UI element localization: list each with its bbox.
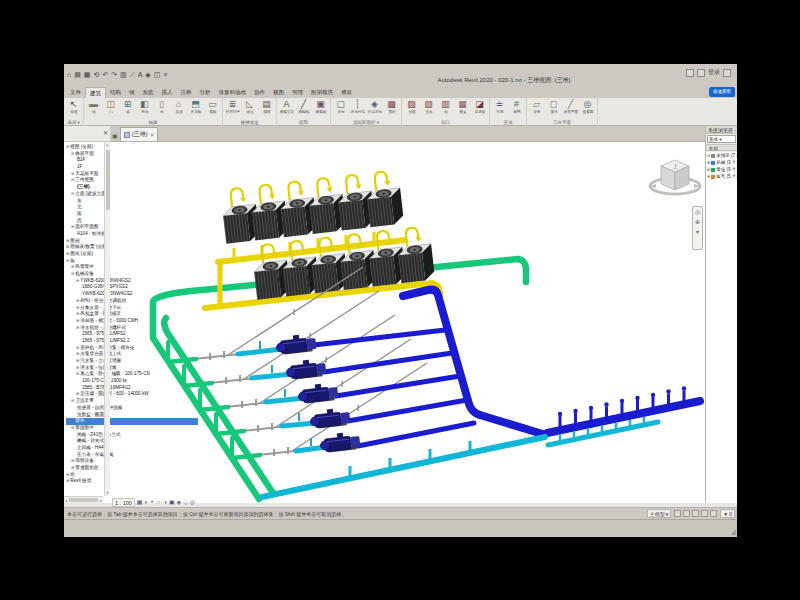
ribbon-tab-注释[interactable]: 注释: [177, 87, 196, 98]
save-icon[interactable]: ▦: [84, 70, 91, 79]
tree-item[interactable]: 100-175-CN - 2900 转: [66, 378, 198, 385]
shadows-icon[interactable]: ◑: [163, 498, 167, 507]
workset-selector[interactable]: 主模型▾: [647, 509, 672, 518]
zoom-icon[interactable]: ⊕: [695, 219, 700, 226]
tree-item[interactable]: 坐便器 - 自闭式冲洗阀: [66, 405, 198, 412]
tree-item[interactable]: ⊞AHU - 组合式空调机组: [66, 298, 198, 305]
system-browser-view-dropdown[interactable]: 系统 ▾: [707, 135, 736, 143]
expander-icon[interactable]: ⊞: [707, 167, 710, 172]
ribbon-tool[interactable]: ◎查看器: [580, 99, 595, 114]
tree-item[interactable]: 南: [66, 211, 198, 218]
scale-icon[interactable]: ▦: [137, 498, 143, 507]
ribbon-tab-结构[interactable]: 结构: [106, 87, 125, 98]
project-browser-hscrollbar[interactable]: ◂ ▸: [64, 496, 103, 503]
ribbon-tool[interactable]: ▦垂直: [455, 99, 470, 114]
ribbon-tool[interactable]: ▢房间: [333, 99, 348, 114]
ribbon-tab-插入[interactable]: 插入: [158, 87, 177, 98]
close-icon[interactable]: ✕: [150, 132, 155, 138]
project-browser-vscrollbar[interactable]: ▴ ▾: [104, 142, 111, 496]
expander-icon[interactable]: ⊞: [76, 365, 79, 372]
ribbon-tool[interactable]: ▨按面: [404, 99, 419, 114]
tab-scroll-icon[interactable]: ▣: [112, 132, 118, 139]
tree-item[interactable]: YWKB-620/W3NW4GS2: [66, 291, 198, 298]
ribbon-tool[interactable]: ◈标记房间: [367, 99, 382, 114]
expander-icon[interactable]: ⊞: [76, 351, 79, 358]
ribbon-tool[interactable]: ⌂屋顶: [171, 99, 186, 114]
open-icon[interactable]: ▤: [74, 70, 81, 79]
navigation-bar[interactable]: ◎ ⊕ ▾: [692, 206, 703, 250]
tree-item[interactable]: 蝶阀 - 对夹式: [66, 438, 198, 445]
worksets-icon[interactable]: [674, 510, 681, 517]
tree-item[interactable]: ⊞图例: [66, 238, 198, 245]
search-icon[interactable]: [686, 69, 694, 77]
expander-icon[interactable]: ⊞: [76, 298, 79, 305]
ribbon-tool[interactable]: A模型文字: [279, 99, 294, 114]
expander-icon[interactable]: ⊞: [66, 244, 69, 251]
tree-item[interactable]: ⊟卫浴装置: [66, 398, 198, 405]
tree-item[interactable]: 洗脸盆 - 椭圆形: [66, 412, 198, 419]
ribbon-tool[interactable]: ▥墙: [438, 99, 453, 114]
ribbon-tab-分析[interactable]: 分析: [196, 87, 215, 98]
tree-item[interactable]: ⊟视图 (全部): [66, 144, 198, 151]
view-tab-3d[interactable]: {三维} ✕: [120, 127, 159, 141]
drawing-area[interactable]: 上 ◎ ⊕ ▾: [110, 142, 737, 503]
tree-item[interactable]: ⊞明细表/数量 (全部): [66, 244, 198, 251]
close-icon[interactable]: ✕: [103, 129, 108, 136]
expander-icon[interactable]: ⊞: [66, 478, 69, 485]
redo-icon[interactable]: ↷: [111, 70, 117, 79]
ribbon-tool[interactable]: ↖修改: [66, 99, 81, 114]
chevron-down-icon[interactable]: ▾: [696, 229, 699, 236]
tree-item[interactable]: ⊞定压罐 - 隔膜式 - 800 - 14000 kW: [66, 391, 198, 398]
tree-item[interactable]: 东: [66, 198, 198, 205]
ribbon-tool[interactable]: ◧构件: [137, 99, 152, 114]
expander-icon[interactable]: ⊞: [71, 465, 74, 472]
tree-item[interactable]: ⊟机械设备: [66, 271, 198, 278]
tree-item[interactable]: ⊞组: [66, 472, 198, 479]
tree-item[interactable]: ⊞面积平面图: [66, 224, 198, 231]
expander-icon[interactable]: ⊟: [66, 258, 69, 265]
design-options-icon[interactable]: [683, 510, 690, 517]
crop-view-icon[interactable]: ▣: [169, 498, 175, 507]
ribbon-tool[interactable]: #轴网: [509, 99, 524, 114]
link-select-icon[interactable]: [701, 510, 708, 517]
steering-wheel-icon[interactable]: ◎: [695, 209, 700, 216]
expander-icon[interactable]: ⊞: [707, 160, 710, 165]
tree-item[interactable]: 1565 - 975(8)1/MFS2: [66, 331, 198, 338]
system-browser-row[interactable]: ⊞管道 (9 个系统): [706, 166, 737, 173]
tree-item[interactable]: ⊞管件: [66, 418, 198, 425]
expander-icon[interactable]: ⊞: [71, 264, 74, 271]
expander-icon[interactable]: ⊞: [76, 358, 79, 365]
tree-item[interactable]: 闸阀 - Z41型 - 法兰式: [66, 432, 198, 439]
visual-style-icon[interactable]: ◓: [150, 498, 154, 507]
system-browser-row[interactable]: ⊞机械 (3 个系统): [706, 159, 737, 166]
ribbon-tool[interactable]: ▱设置: [529, 99, 544, 114]
system-browser-row[interactable]: ⊟未指定 (7 项): [706, 152, 737, 159]
undo-icon[interactable]: ↶: [102, 70, 108, 79]
ribbon-tool[interactable]: ◻显示: [546, 99, 561, 114]
tree-item[interactable]: ⊞室外机 - 风冷热泵 - 模块化: [66, 345, 198, 352]
plugin-button[interactable]: 极速看图: [709, 87, 735, 97]
thin-lines-icon[interactable]: ≡: [163, 70, 167, 79]
help-icon[interactable]: [723, 69, 731, 77]
ribbon-tab-管理[interactable]: 管理: [288, 87, 307, 98]
section-icon[interactable]: ◫: [154, 70, 161, 79]
expander-icon[interactable]: ⊟: [76, 371, 79, 378]
ribbon-tool[interactable]: ⊞窗: [120, 99, 135, 114]
scale-control[interactable]: 1 : 100: [112, 498, 135, 507]
tree-item[interactable]: ⊞照明设备: [66, 458, 198, 465]
expander-icon[interactable]: ⊞: [71, 224, 74, 231]
crop-visibility-icon[interactable]: ◈: [177, 498, 182, 507]
tree-item[interactable]: ⊞水泵接合器 - 地上式: [66, 351, 198, 358]
ribbon-tab-建筑[interactable]: 建筑: [85, 87, 106, 98]
text-icon[interactable]: A: [138, 70, 143, 79]
editable-only-icon[interactable]: [692, 510, 699, 517]
tree-item[interactable]: ⊞Revit 链接: [66, 478, 198, 485]
expander-icon[interactable]: ⊟: [71, 398, 74, 405]
detail-level-icon[interactable]: ◐: [145, 498, 149, 507]
ribbon-tool[interactable]: ╱参照平面: [563, 99, 578, 114]
ribbon-tool[interactable]: ▣模型组: [313, 99, 328, 114]
ribbon-tool[interactable]: ◫门: [103, 99, 118, 114]
expander-icon[interactable]: ⊟: [707, 153, 710, 158]
ribbon-tab-协作[interactable]: 协作: [250, 87, 269, 98]
tree-item[interactable]: ⊞冷却塔 - 横流式 - 3000 CMH: [66, 318, 198, 325]
